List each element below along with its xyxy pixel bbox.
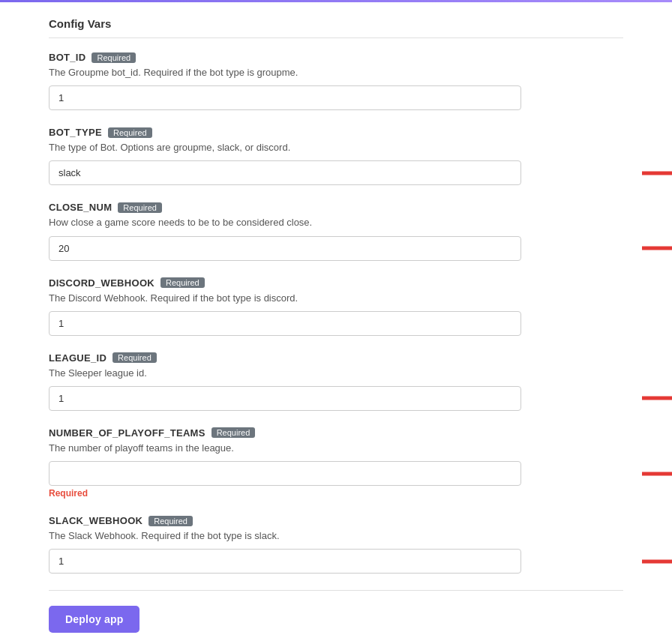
input-league_id[interactable] xyxy=(49,386,521,411)
var-header-league_id: LEAGUE_IDRequired xyxy=(49,352,623,364)
var-header-discord_webhook: DISCORD_WEBHOOKRequired xyxy=(49,277,623,289)
input-row-slack_webhook xyxy=(49,549,623,574)
input-bot_id[interactable] xyxy=(49,85,521,110)
arrow-close_num xyxy=(642,238,672,259)
var-description-discord_webhook: The Discord Webhook. Required if the bot… xyxy=(49,292,623,305)
input-row-bot_id xyxy=(49,85,623,110)
var-description-bot_id: The Groupme bot_id. Required if the bot … xyxy=(49,66,623,79)
var-name-close_num: CLOSE_NUM xyxy=(49,202,112,213)
page-container: Config Vars BOT_IDRequiredThe Groupme bo… xyxy=(0,0,672,635)
input-row-number_of_playoff_teams xyxy=(49,461,623,486)
input-bot_type[interactable] xyxy=(49,160,521,185)
var-header-close_num: CLOSE_NUMRequired xyxy=(49,202,623,213)
required-badge-bot_id: Required xyxy=(92,52,136,63)
var-header-bot_id: BOT_IDRequired xyxy=(49,52,623,63)
error-text-number_of_playoff_teams: Required xyxy=(49,488,623,499)
var-name-league_id: LEAGUE_ID xyxy=(49,352,106,364)
input-number_of_playoff_teams[interactable] xyxy=(49,461,521,486)
var-name-number_of_playoff_teams: NUMBER_OF_PLAYOFF_TEAMS xyxy=(49,427,206,439)
var-name-discord_webhook: DISCORD_WEBHOOK xyxy=(49,277,154,289)
arrow-slack_webhook xyxy=(642,551,672,572)
var-description-close_num: How close a game score needs to be to be… xyxy=(49,216,623,229)
var-name-bot_id: BOT_ID xyxy=(49,52,86,63)
input-row-bot_type xyxy=(49,160,623,185)
arrow-number_of_playoff_teams xyxy=(642,463,672,484)
content-area: Config Vars BOT_IDRequiredThe Groupme bo… xyxy=(0,2,672,635)
var-header-bot_type: BOT_TYPERequired xyxy=(49,127,623,138)
required-badge-number_of_playoff_teams: Required xyxy=(212,427,256,438)
var-header-slack_webhook: SLACK_WEBHOOKRequired xyxy=(49,515,623,526)
required-badge-league_id: Required xyxy=(112,352,157,363)
config-var-bot_id: BOT_IDRequiredThe Groupme bot_id. Requir… xyxy=(49,52,623,110)
input-row-discord_webhook xyxy=(49,311,623,336)
var-name-slack_webhook: SLACK_WEBHOOK xyxy=(49,515,142,526)
deploy-app-button[interactable]: Deploy app xyxy=(49,606,140,633)
input-discord_webhook[interactable] xyxy=(49,311,521,336)
config-var-discord_webhook: DISCORD_WEBHOOKRequiredThe Discord Webho… xyxy=(49,277,623,336)
arrow-bot_type xyxy=(642,163,672,184)
required-badge-close_num: Required xyxy=(118,202,162,213)
bottom-divider xyxy=(49,590,623,591)
var-header-number_of_playoff_teams: NUMBER_OF_PLAYOFF_TEAMSRequired xyxy=(49,427,623,439)
input-slack_webhook[interactable] xyxy=(49,549,521,574)
required-badge-bot_type: Required xyxy=(108,127,152,138)
input-close_num[interactable] xyxy=(49,236,521,261)
var-description-slack_webhook: The Slack Webhook. Required if the bot t… xyxy=(49,529,623,543)
required-badge-slack_webhook: Required xyxy=(148,516,193,526)
var-description-league_id: The Sleeper league id. xyxy=(49,367,623,380)
config-var-bot_type: BOT_TYPERequiredThe type of Bot. Options… xyxy=(49,127,623,185)
config-vars-container: BOT_IDRequiredThe Groupme bot_id. Requir… xyxy=(49,52,623,574)
config-var-close_num: CLOSE_NUMRequiredHow close a game score … xyxy=(49,202,623,260)
var-description-bot_type: The type of Bot. Options are groupme, sl… xyxy=(49,141,623,154)
config-var-number_of_playoff_teams: NUMBER_OF_PLAYOFF_TEAMSRequiredThe numbe… xyxy=(49,427,623,499)
required-badge-discord_webhook: Required xyxy=(160,277,205,288)
input-row-close_num xyxy=(49,236,623,261)
config-var-league_id: LEAGUE_IDRequiredThe Sleeper league id. xyxy=(49,352,623,411)
section-title: Config Vars xyxy=(49,17,623,38)
config-var-slack_webhook: SLACK_WEBHOOKRequiredThe Slack Webhook. … xyxy=(49,515,623,574)
var-description-number_of_playoff_teams: The number of playoff teams in the leagu… xyxy=(49,442,623,455)
arrow-league_id xyxy=(642,388,672,409)
var-name-bot_type: BOT_TYPE xyxy=(49,127,102,138)
input-row-league_id xyxy=(49,386,623,411)
